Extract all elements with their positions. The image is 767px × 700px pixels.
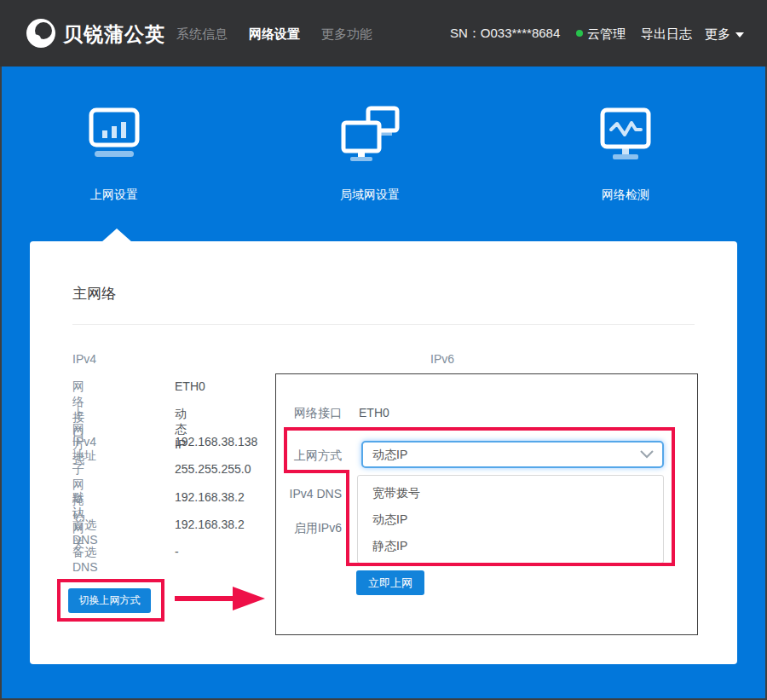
tab-label: 上网设置 <box>46 188 182 203</box>
serial-number: SN：O033****8684 <box>450 26 560 42</box>
nav-more-features[interactable]: 更多功能 <box>321 26 372 43</box>
monitor-pulse-icon <box>591 101 660 172</box>
cloud-management-label: 云管理 <box>587 26 626 41</box>
export-logs-link[interactable]: 导出日志 <box>641 26 692 43</box>
dropdown-option-static-ip[interactable]: 静态IP <box>358 533 663 559</box>
field-label: 备选DNS <box>72 545 98 574</box>
top-header: 贝锐蒲公英 系统信息 网络设置 更多功能 SN：O033****8684 云管理… <box>0 0 767 67</box>
chevron-down-icon <box>640 450 654 459</box>
field-label: IPv4 DNS <box>282 487 342 500</box>
main-network-card: 主网络 IPv4 IPv6 网络接口 ETH0 上网方式 动态IP IPv4地址… <box>30 241 737 664</box>
router-admin-page: 贝锐蒲公英 系统信息 网络设置 更多功能 SN：O033****8684 云管理… <box>0 0 767 700</box>
tab-lan-settings[interactable]: 局域网设置 <box>302 101 438 203</box>
connection-mode-select[interactable]: 动态IP <box>361 441 664 468</box>
switch-connection-mode-button[interactable]: 切换上网方式 <box>68 588 151 613</box>
more-menu-label: 更多 <box>705 26 730 41</box>
more-menu[interactable]: 更多 <box>705 26 744 43</box>
ipv6-settings-box: 网络接口 ETH0 上网方式 动态IP IPv4 DNS 启用IPv6 宽带拨号… <box>275 373 698 635</box>
page-title: 主网络 <box>72 284 116 304</box>
dropdown-option-dynamic-ip[interactable]: 动态IP <box>358 506 663 533</box>
field-value: ETH0 <box>359 406 389 419</box>
field-value: 192.168.38.138 <box>175 435 257 448</box>
field-label: 上网方式 <box>282 448 342 464</box>
chevron-down-icon <box>735 32 744 38</box>
nav-network-settings[interactable]: 网络设置 <box>249 26 300 43</box>
dropdown-option-pppoe[interactable]: 宽带拨号 <box>358 480 663 506</box>
field-label: 启用IPv6 <box>282 521 342 536</box>
ipv6-section-label: IPv6 <box>430 352 454 366</box>
brand-name: 贝锐蒲公英 <box>63 21 165 48</box>
cloud-management-link[interactable]: 云管理 <box>576 26 626 43</box>
field-label: 网络接口 <box>282 406 342 421</box>
active-tab-caret <box>101 229 132 242</box>
tab-network-diagnostics[interactable]: 网络检测 <box>557 101 694 203</box>
brand-logo-icon <box>26 18 56 49</box>
online-status-dot-icon <box>576 30 583 37</box>
ipv4-section-label: IPv4 <box>72 352 96 366</box>
tab-label: 网络检测 <box>557 188 694 203</box>
field-value: ETH0 <box>175 379 205 393</box>
divider <box>72 324 695 325</box>
field-value: 255.255.255.0 <box>175 462 251 476</box>
connect-now-button[interactable]: 立即上网 <box>356 570 424 595</box>
two-monitors-icon <box>336 101 404 172</box>
field-label: 首选DNS <box>72 518 98 547</box>
selected-option-label: 动态IP <box>372 448 407 461</box>
field-value: 192.168.38.2 <box>175 518 245 531</box>
field-value: 192.168.38.2 <box>175 490 245 504</box>
field-value: - <box>175 545 179 558</box>
tab-label: 局域网设置 <box>302 188 438 203</box>
monitor-bars-icon <box>80 101 148 172</box>
nav-system-info[interactable]: 系统信息 <box>176 26 228 43</box>
tab-internet-settings[interactable]: 上网设置 <box>46 101 182 203</box>
field-label: IPv4地址 <box>72 435 96 464</box>
connection-mode-dropdown: 宽带拨号 动态IP 静态IP <box>357 475 664 564</box>
